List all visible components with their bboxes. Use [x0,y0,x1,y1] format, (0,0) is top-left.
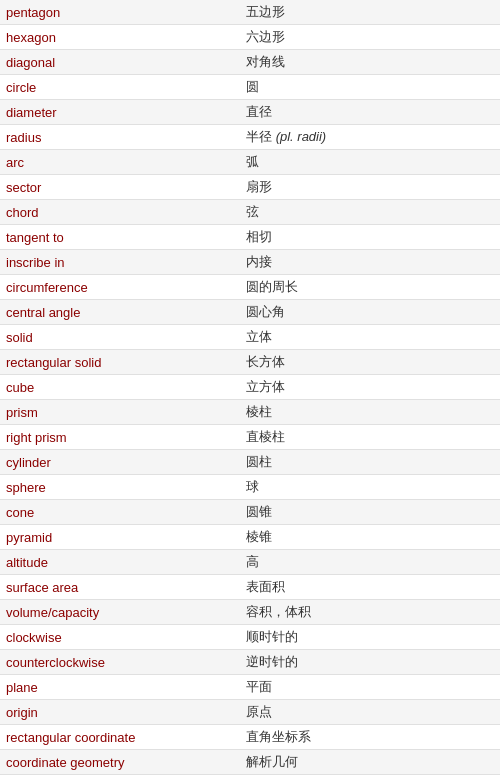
english-term: prism [0,402,240,423]
table-row: diagonal对角线 [0,50,500,75]
chinese-term: 扇形 [240,175,500,199]
table-row: cone圆锥 [0,500,500,525]
table-row: cylinder圆柱 [0,450,500,475]
table-row: circle圆 [0,75,500,100]
english-term: inscribe in [0,252,240,273]
chinese-term: 半径 (pl. radii) [240,125,500,149]
table-row: inscribe in内接 [0,250,500,275]
english-term: right prism [0,427,240,448]
english-term: tangent to [0,227,240,248]
english-term: rectangular solid [0,352,240,373]
chinese-term: 圆锥 [240,500,500,524]
english-term: diameter [0,102,240,123]
english-term: central angle [0,302,240,323]
chinese-term: 对角线 [240,50,500,74]
chinese-term: 原点 [240,700,500,724]
chinese-term: 弦 [240,200,500,224]
english-term: plane [0,677,240,698]
english-term: sphere [0,477,240,498]
chinese-term: 立方体 [240,375,500,399]
chinese-term: 棱锥 [240,525,500,549]
table-row: clockwise顺时针的 [0,625,500,650]
chinese-term: 顺时针的 [240,625,500,649]
table-row: circumference圆的周长 [0,275,500,300]
table-row: sphere球 [0,475,500,500]
chinese-term: 弧 [240,150,500,174]
chinese-term: 圆 [240,75,500,99]
english-term: coordinate geometry [0,752,240,773]
chinese-term: 相切 [240,225,500,249]
table-row: right prism直棱柱 [0,425,500,450]
english-term: cube [0,377,240,398]
table-row: plane平面 [0,675,500,700]
vocabulary-table: pentagon五边形hexagon六边形diagonal对角线circle圆d… [0,0,500,775]
table-row: prism棱柱 [0,400,500,425]
chinese-term: 球 [240,475,500,499]
chinese-term: 内接 [240,250,500,274]
english-term: cylinder [0,452,240,473]
english-term: surface area [0,577,240,598]
table-row: origin原点 [0,700,500,725]
table-row: sector扇形 [0,175,500,200]
english-term: solid [0,327,240,348]
english-term: clockwise [0,627,240,648]
english-term: altitude [0,552,240,573]
table-row: pentagon五边形 [0,0,500,25]
table-row: volume/capacity容积，体积 [0,600,500,625]
table-row: solid立体 [0,325,500,350]
chinese-term: 高 [240,550,500,574]
chinese-term: 直径 [240,100,500,124]
table-row: chord弦 [0,200,500,225]
english-term: circle [0,77,240,98]
english-term: chord [0,202,240,223]
chinese-term: 圆的周长 [240,275,500,299]
english-term: pentagon [0,2,240,23]
english-term: rectangular coordinate [0,727,240,748]
english-term: cone [0,502,240,523]
chinese-term: 圆柱 [240,450,500,474]
english-term: counterclockwise [0,652,240,673]
english-term: volume/capacity [0,602,240,623]
chinese-term: 平面 [240,675,500,699]
english-term: sector [0,177,240,198]
chinese-term: 表面积 [240,575,500,599]
table-row: surface area表面积 [0,575,500,600]
table-row: radius半径 (pl. radii) [0,125,500,150]
table-row: rectangular coordinate直角坐标系 [0,725,500,750]
english-term: origin [0,702,240,723]
english-term: circumference [0,277,240,298]
table-row: cube立方体 [0,375,500,400]
chinese-term: 逆时针的 [240,650,500,674]
table-row: hexagon六边形 [0,25,500,50]
zh-note: (pl. radii) [276,129,327,144]
table-row: tangent to相切 [0,225,500,250]
chinese-term: 五边形 [240,0,500,24]
english-term: hexagon [0,27,240,48]
english-term: arc [0,152,240,173]
chinese-term: 容积，体积 [240,600,500,624]
table-row: diameter直径 [0,100,500,125]
chinese-term: 直角坐标系 [240,725,500,749]
table-row: counterclockwise逆时针的 [0,650,500,675]
english-term: pyramid [0,527,240,548]
table-row: pyramid棱锥 [0,525,500,550]
chinese-term: 长方体 [240,350,500,374]
table-row: coordinate geometry解析几何 [0,750,500,775]
english-term: diagonal [0,52,240,73]
chinese-term: 立体 [240,325,500,349]
chinese-term: 棱柱 [240,400,500,424]
table-row: central angle圆心角 [0,300,500,325]
table-row: rectangular solid长方体 [0,350,500,375]
table-row: arc弧 [0,150,500,175]
chinese-term: 六边形 [240,25,500,49]
table-row: altitude高 [0,550,500,575]
chinese-term: 圆心角 [240,300,500,324]
chinese-term: 解析几何 [240,750,500,774]
english-term: radius [0,127,240,148]
chinese-term: 直棱柱 [240,425,500,449]
